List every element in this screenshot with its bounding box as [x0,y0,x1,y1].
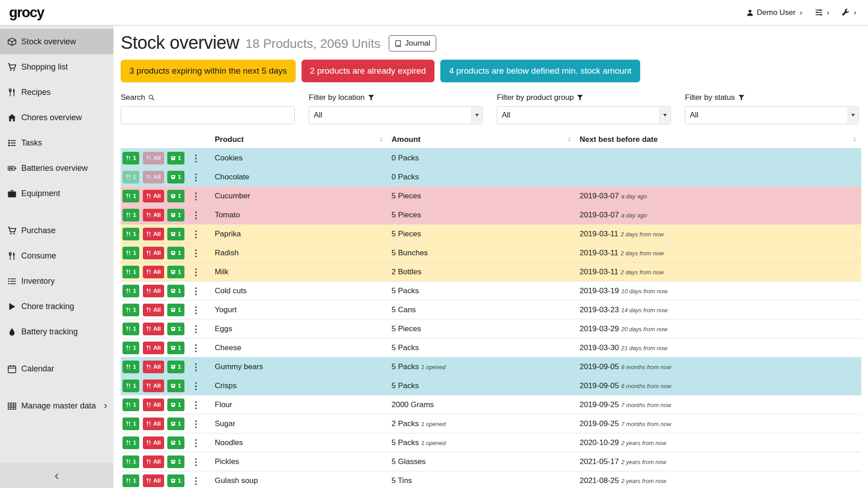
consume-all-button[interactable]: All [143,171,164,183]
open-one-button[interactable]: 1 [167,436,184,449]
consume-one-button[interactable]: 1 [123,323,139,335]
consume-one-button[interactable]: 1 [123,380,139,392]
sidebar-item-tasks[interactable]: Tasks [0,130,113,155]
open-one-button[interactable]: 1 [167,247,184,259]
consume-one-button[interactable]: 1 [123,266,139,278]
consume-one-button[interactable]: 1 [123,474,139,487]
consume-all-button[interactable]: All [143,361,164,373]
sort-icon[interactable] [378,136,384,142]
consume-one-button[interactable]: 1 [123,399,139,411]
consume-all-button[interactable]: All [143,474,164,487]
row-menu-button[interactable]: ⋮ [191,304,200,316]
consume-all-button[interactable]: All [143,380,164,392]
sidebar-item-shopping-list[interactable]: Shopping list [0,54,113,80]
row-menu-button[interactable]: ⋮ [191,399,200,411]
below-min-stock-alert[interactable]: 4 products are below defined min. stock … [440,60,640,82]
consume-one-button[interactable]: 1 [123,285,139,297]
sidebar-item-batteries-overview[interactable]: Batteries overview [0,155,113,181]
row-menu-button[interactable]: ⋮ [191,342,200,354]
open-one-button[interactable]: 1 [167,342,184,354]
sidebar-item-chore-tracking[interactable]: Chore tracking [0,294,113,319]
consume-one-button[interactable]: 1 [123,418,139,430]
consume-one-button[interactable]: 1 [123,228,139,240]
row-menu-button[interactable]: ⋮ [191,228,200,240]
row-menu-button[interactable]: ⋮ [191,247,200,259]
open-one-button[interactable]: 1 [167,152,184,164]
consume-one-button[interactable]: 1 [123,455,139,468]
open-one-button[interactable]: 1 [167,474,184,487]
sidebar-item-battery-tracking[interactable]: Battery tracking [0,319,113,344]
consume-all-button[interactable]: All [143,247,164,259]
row-menu-button[interactable]: ⋮ [191,436,200,449]
status-select[interactable]: All [685,106,859,124]
open-one-button[interactable]: 1 [167,323,184,335]
row-menu-button[interactable]: ⋮ [191,455,200,468]
open-one-button[interactable]: 1 [167,304,184,316]
product-column-header[interactable]: Product [211,133,388,149]
row-menu-button[interactable]: ⋮ [191,266,200,278]
date-column-header[interactable]: Next best before date [576,133,861,149]
search-input[interactable] [121,106,295,124]
user-menu[interactable]: Demo User › [746,8,802,17]
consume-all-button[interactable]: All [143,436,164,449]
sidebar-item-stock-overview[interactable]: Stock overview [0,29,113,54]
open-one-button[interactable]: 1 [167,399,184,411]
consume-all-button[interactable]: All [143,304,164,316]
consume-all-button[interactable]: All [143,209,164,221]
consume-one-button[interactable]: 1 [123,247,139,259]
open-one-button[interactable]: 1 [167,418,184,430]
consume-one-button[interactable]: 1 [123,342,139,354]
row-menu-button[interactable]: ⋮ [191,361,200,373]
open-one-button[interactable]: 1 [167,228,184,240]
sidebar-item-inventory[interactable]: Inventory [0,268,113,294]
row-menu-button[interactable]: ⋮ [191,152,200,164]
consume-one-button[interactable]: 1 [123,171,139,183]
consume-one-button[interactable]: 1 [123,361,139,373]
app-logo[interactable]: grocy [9,5,44,21]
consume-all-button[interactable]: All [143,152,164,164]
consume-all-button[interactable]: All [143,285,164,297]
row-menu-button[interactable]: ⋮ [191,285,200,297]
row-menu-button[interactable]: ⋮ [191,209,200,221]
select-caret-button[interactable] [660,107,670,123]
open-one-button[interactable]: 1 [167,209,184,221]
expired-products-alert[interactable]: 2 products are already expired [302,60,435,82]
row-menu-button[interactable]: ⋮ [191,418,200,430]
consume-all-button[interactable]: All [143,455,164,468]
open-one-button[interactable]: 1 [167,455,184,468]
consume-one-button[interactable]: 1 [123,436,139,449]
sidebar-item-calendar[interactable]: Calendar [0,356,113,381]
open-one-button[interactable]: 1 [167,266,184,278]
consume-all-button[interactable]: All [143,190,164,202]
consume-one-button[interactable]: 1 [123,304,139,316]
consume-all-button[interactable]: All [143,342,164,354]
product-group-select[interactable]: All [497,106,671,124]
amount-column-header[interactable]: Amount [388,133,576,149]
sidebar-item-consume[interactable]: Consume [0,243,113,268]
consume-one-button[interactable]: 1 [123,190,139,202]
select-caret-button[interactable] [472,107,482,123]
open-one-button[interactable]: 1 [167,361,184,373]
open-one-button[interactable]: 1 [167,190,184,202]
admin-menu[interactable]: › [842,8,856,17]
sidebar-item-equipment[interactable]: Equipment [0,181,113,206]
consume-one-button[interactable]: 1 [123,152,139,164]
sidebar-item-manage-master-data[interactable]: Manage master data › [0,393,113,418]
select-caret-button[interactable] [848,107,858,123]
row-menu-button[interactable]: ⋮ [191,474,200,487]
open-one-button[interactable]: 1 [167,171,184,183]
consume-all-button[interactable]: All [143,399,164,411]
consume-all-button[interactable]: All [143,418,164,430]
sidebar-item-chores-overview[interactable]: Chores overview [0,105,113,130]
sort-icon[interactable] [852,136,858,142]
expiring-products-alert[interactable]: 3 products expiring within the next 5 da… [121,60,296,82]
open-one-button[interactable]: 1 [167,380,184,392]
sidebar-item-recipes[interactable]: Recipes [0,80,113,105]
settings-menu[interactable]: › [815,8,830,17]
row-menu-button[interactable]: ⋮ [191,190,200,202]
consume-all-button[interactable]: All [143,266,164,278]
consume-one-button[interactable]: 1 [123,209,139,221]
sidebar-collapse-button[interactable]: ‹ [0,463,113,488]
sidebar-item-purchase[interactable]: Purchase [0,218,113,243]
location-select[interactable]: All [309,106,483,124]
